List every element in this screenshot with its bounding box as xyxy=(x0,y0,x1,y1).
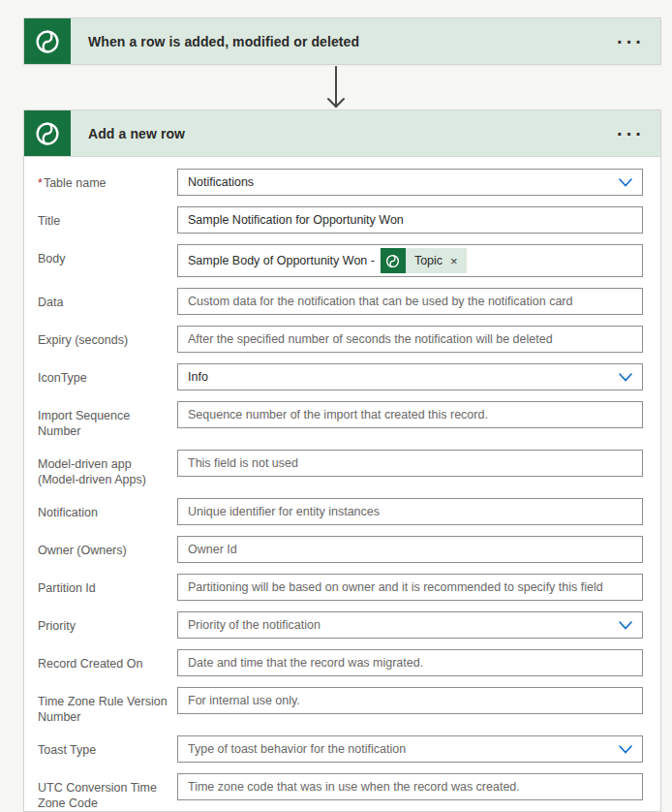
flow-designer-canvas: When a row is added, modified or deleted… xyxy=(0,0,672,812)
icontype-dropdown[interactable]: Info xyxy=(177,363,643,390)
chevron-down-icon xyxy=(619,621,632,630)
toast-type-dropdown[interactable]: Type of toast behavior for the notificat… xyxy=(177,735,643,763)
priority-dropdown[interactable]: Priority of the notification xyxy=(177,611,643,639)
field-label: Import Sequence Number xyxy=(38,401,171,439)
field-row-import-sequence-number: Import Sequence Number xyxy=(38,401,643,439)
chevron-down-icon xyxy=(619,745,632,754)
remove-token-icon[interactable]: × xyxy=(450,255,458,267)
token-label: Topic xyxy=(414,254,443,267)
partition-id-input[interactable] xyxy=(177,574,643,601)
dataverse-icon xyxy=(24,18,71,64)
field-row-body: Body Sample Body of Opportunity Won - To… xyxy=(38,244,643,277)
flow-connector-arrow xyxy=(0,66,672,110)
chevron-down-icon xyxy=(619,373,632,382)
body-input[interactable]: Sample Body of Opportunity Won - Topic × xyxy=(177,244,643,277)
action-menu-button[interactable]: ··· xyxy=(601,110,660,156)
model-driven-app-input[interactable] xyxy=(177,450,643,477)
field-row-icontype: IconType Info xyxy=(38,363,643,390)
field-label: IconType xyxy=(38,363,171,386)
notification-input[interactable] xyxy=(177,498,643,525)
field-label: Data xyxy=(38,288,171,310)
title-input[interactable] xyxy=(177,206,643,234)
owner-input[interactable] xyxy=(177,536,643,563)
field-row-time-zone-rule-version: Time Zone Rule Version Number xyxy=(38,687,643,725)
field-label: UTC Conversion Time Zone Code xyxy=(38,773,171,811)
record-created-on-input[interactable] xyxy=(177,649,643,676)
time-zone-rule-version-input[interactable] xyxy=(177,687,643,714)
dropdown-value: Info xyxy=(188,370,619,384)
field-label: Partition Id xyxy=(38,574,171,596)
required-marker: * xyxy=(38,176,43,190)
field-label: Model-driven app (Model-driven Apps) xyxy=(38,450,171,487)
field-row-model-driven-app: Model-driven app (Model-driven Apps) xyxy=(38,450,643,487)
trigger-title: When a row is added, modified or deleted xyxy=(71,18,601,64)
field-label: Title xyxy=(38,206,171,229)
action-card: Add a new row ··· *Table name Notificati… xyxy=(23,109,661,812)
body-text: Sample Body of Opportunity Won - xyxy=(188,254,375,267)
dynamic-content-token[interactable]: Topic × xyxy=(381,248,467,273)
field-label: Time Zone Rule Version Number xyxy=(38,687,171,725)
dataverse-icon xyxy=(24,110,71,156)
field-label: Expiry (seconds) xyxy=(38,326,171,348)
dropdown-placeholder: Priority of the notification xyxy=(188,618,619,632)
field-row-expiry: Expiry (seconds) xyxy=(38,326,643,353)
field-label: Notification xyxy=(38,498,171,520)
import-sequence-number-input[interactable] xyxy=(177,401,643,428)
field-label: Owner (Owners) xyxy=(38,536,171,558)
field-row-title: Title xyxy=(38,206,643,234)
field-row-record-created-on: Record Created On xyxy=(38,649,643,676)
dataverse-icon xyxy=(381,248,406,273)
field-label: *Table name xyxy=(38,169,171,191)
field-row-partition-id: Partition Id xyxy=(38,574,643,601)
expiry-input[interactable] xyxy=(177,326,643,353)
trigger-card[interactable]: When a row is added, modified or deleted… xyxy=(23,17,661,65)
data-input[interactable] xyxy=(177,288,643,315)
field-label: Priority xyxy=(38,611,171,634)
field-row-utc-conversion-time-zone-code: UTC Conversion Time Zone Code xyxy=(38,773,643,811)
utc-conversion-time-zone-code-input[interactable] xyxy=(177,773,643,800)
trigger-menu-button[interactable]: ··· xyxy=(601,18,660,64)
field-label: Record Created On xyxy=(38,649,171,671)
field-row-table-name: *Table name Notifications xyxy=(38,169,643,196)
dropdown-value: Notifications xyxy=(188,175,619,189)
chevron-down-icon xyxy=(619,178,632,187)
field-label: Body xyxy=(38,244,171,266)
field-row-priority: Priority Priority of the notification xyxy=(38,611,643,639)
field-row-notification: Notification xyxy=(38,498,643,525)
table-name-dropdown[interactable]: Notifications xyxy=(177,169,643,196)
field-row-toast-type: Toast Type Type of toast behavior for th… xyxy=(38,735,643,763)
action-parameters: *Table name Notifications Title Body Sam… xyxy=(24,157,660,812)
field-row-data: Data xyxy=(38,288,643,315)
field-row-owner: Owner (Owners) xyxy=(38,536,643,563)
dropdown-placeholder: Type of toast behavior for the notificat… xyxy=(188,742,619,756)
field-label: Toast Type xyxy=(38,735,171,758)
action-title[interactable]: Add a new row xyxy=(71,110,601,156)
